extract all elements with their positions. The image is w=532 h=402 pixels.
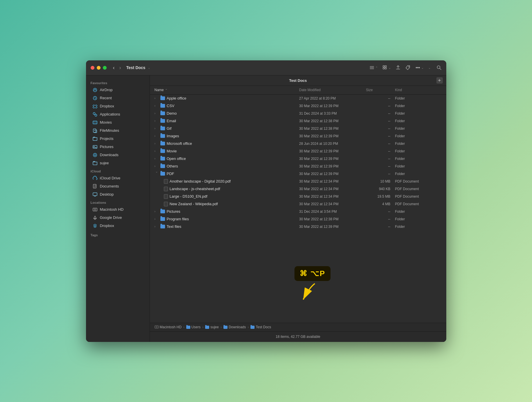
sidebar-item-airdrop[interactable]: AirDrop <box>88 86 148 94</box>
file-name-cell: › Program files <box>155 217 299 221</box>
status-text: 18 items, 42.77 GB available <box>276 335 320 339</box>
svg-line-12 <box>440 68 441 70</box>
sidebar-item-macintosh-hd[interactable]: Macintosh HD <box>88 205 148 214</box>
sidebar-item-desktop[interactable]: Desktop <box>88 190 148 199</box>
tag-icon[interactable] <box>405 65 411 70</box>
file-name-cell: › Text files <box>155 224 299 229</box>
folder-icon <box>205 326 209 329</box>
expand-arrow: › <box>155 127 159 130</box>
sidebar-item-downloads[interactable]: Downloads <box>88 151 148 159</box>
file-row[interactable]: New Zealand - Wikipedia.pdf 30 Mar 2022 … <box>150 200 446 208</box>
back-button[interactable]: ‹ <box>111 64 117 71</box>
file-row[interactable]: › Demo 31 Dec 2024 at 3:33 PM -- Folder <box>150 110 446 117</box>
content-header: Test Docs + <box>150 75 446 86</box>
folder-icon <box>160 210 165 213</box>
sidebar-item-label: Downloads <box>100 153 119 157</box>
sidebar-item-label: Documents <box>100 184 119 188</box>
maximize-button[interactable] <box>103 66 107 70</box>
dropbox-icon <box>92 104 98 109</box>
file-name-cell: › CSV <box>155 104 299 108</box>
breadcrumb-sep: › <box>221 325 222 329</box>
folder-icon <box>160 172 165 176</box>
icloud-label: iCloud <box>86 167 150 174</box>
folder-icon <box>250 326 255 329</box>
close-button[interactable] <box>91 66 94 70</box>
col-date-header: Date Modified <box>299 88 366 92</box>
pdf-icon <box>164 194 168 199</box>
file-row[interactable]: Landscape - js-cheatsheet.pdf 30 Mar 202… <box>150 185 446 193</box>
forward-button[interactable]: › <box>118 64 123 71</box>
sidebar-item-dropbox2[interactable]: Dropbox <box>88 222 148 230</box>
file-name-cell: Another landscape - Digital 2020.pdf <box>155 179 299 184</box>
file-row[interactable]: › PDF 30 Mar 2022 at 12:39 PM -- Folder <box>150 170 446 178</box>
sidebar-item-applications[interactable]: Applications <box>88 110 148 118</box>
sidebar-item-icloud-drive[interactable]: iCloud Drive <box>88 174 148 182</box>
sidebar-item-projects[interactable]: Projects <box>88 135 148 143</box>
file-row[interactable]: › Text files 30 Mar 2022 at 12:39 PM -- … <box>150 223 446 230</box>
downloads-icon <box>92 152 98 158</box>
file-row[interactable]: › Others 30 Mar 2022 at 12:39 PM -- Fold… <box>150 163 446 170</box>
svg-rect-6 <box>385 68 386 69</box>
file-name-cell: › Demo <box>155 111 299 116</box>
sidebar-item-recent[interactable]: Recent <box>88 94 148 102</box>
projects-icon <box>92 136 98 141</box>
column-headers: Name ⌃ Date Modified Size Kind <box>150 86 446 95</box>
more-icon[interactable]: ⌄ <box>415 65 424 70</box>
file-row[interactable]: › Images 30 Mar 2022 at 12:39 PM -- Fold… <box>150 132 446 140</box>
list-view-icon[interactable]: ⌃ <box>369 65 378 70</box>
file-name-cell: › Movie <box>155 149 299 153</box>
share-icon[interactable] <box>395 65 401 70</box>
sidebar-item-label: Movies <box>100 120 112 125</box>
recent-icon <box>92 95 98 101</box>
sidebar-item-google-drive[interactable]: Google Drive <box>88 214 148 222</box>
file-row[interactable]: › Apple office 27 Apr 2022 at 8:20 PM --… <box>150 95 446 102</box>
col-name-header[interactable]: Name ⌃ <box>155 88 299 92</box>
expand-arrow: › <box>155 142 159 145</box>
pdf-icon <box>164 187 168 191</box>
sidebar-item-pictures[interactable]: Pictures <box>88 143 148 151</box>
file-row[interactable]: › Movie 30 Mar 2022 at 12:39 PM -- Folde… <box>150 147 446 155</box>
favourites-label: Favourites <box>86 79 150 86</box>
sidebar-item-label: Projects <box>100 136 114 141</box>
file-row[interactable]: Another landscape - Digital 2020.pdf 30 … <box>150 178 446 185</box>
sujee-icon <box>92 161 98 166</box>
breadcrumb-item-downloads[interactable]: Downloads <box>223 325 246 329</box>
file-row[interactable]: › Email 30 Mar 2022 at 12:38 PM -- Folde… <box>150 117 446 125</box>
add-tab-button[interactable]: + <box>436 77 443 84</box>
minimize-button[interactable] <box>97 66 101 70</box>
svg-point-13 <box>93 88 97 92</box>
file-row[interactable]: › Open office 30 Mar 2022 at 12:39 PM --… <box>150 155 446 163</box>
breadcrumb-item-users[interactable]: Users <box>186 325 200 329</box>
file-row[interactable]: › CSV 30 Mar 2022 at 12:39 PM -- Folder <box>150 102 446 110</box>
sidebar-item-sujee[interactable]: sujee <box>88 159 148 167</box>
folder-icon <box>160 142 165 145</box>
svg-rect-35 <box>155 326 158 328</box>
desktop-icon <box>92 192 98 197</box>
sidebar-item-dropbox[interactable]: Dropbox <box>88 102 148 110</box>
svg-point-32 <box>94 209 96 210</box>
search-icon[interactable] <box>436 65 442 70</box>
file-row[interactable]: › Program files 30 Mar 2022 at 12:38 PM … <box>150 215 446 223</box>
sidebar-item-documents[interactable]: Documents <box>88 182 148 190</box>
breadcrumb-item-macintosh-hd[interactable]: Macintosh HD <box>155 325 182 329</box>
svg-point-14 <box>95 89 95 90</box>
file-row[interactable]: › Microsoft office 28 Jun 2024 at 10:20 … <box>150 140 446 147</box>
sidebar-item-movies[interactable]: Movies <box>88 118 148 127</box>
file-name-cell: New Zealand - Wikipedia.pdf <box>155 202 299 206</box>
svg-point-8 <box>416 67 417 68</box>
file-row[interactable]: › Pictures 31 Dec 2024 at 3:54 PM -- Fol… <box>150 208 446 215</box>
file-row[interactable]: › Gif 30 Mar 2022 at 12:38 PM -- Folder <box>150 125 446 132</box>
breadcrumb-sep: › <box>248 325 249 329</box>
content-area: Test Docs + Name ⌃ Date Modified Size Ki… <box>150 75 446 342</box>
breadcrumb-item-sujee[interactable]: sujee <box>205 325 219 329</box>
col-kind-header: Kind <box>395 88 442 92</box>
sidebar-item-label: FileMinutes <box>100 128 119 133</box>
file-row[interactable]: Large - D5100_EN.pdf 30 Mar 2022 at 12:3… <box>150 193 446 200</box>
toolbar-icons: ⌃ ⌄ ⌄ ⌄ <box>369 65 442 70</box>
file-name-cell: › Others <box>155 164 299 168</box>
sidebar-item-fileminutes[interactable]: FileMinutes <box>88 127 148 135</box>
grid-view-icon[interactable]: ⌄ <box>382 65 391 70</box>
breadcrumb-item-test-docs[interactable]: Test Docs <box>250 325 271 329</box>
expand-arrow: › <box>155 225 159 228</box>
file-name-cell: › Images <box>155 134 299 138</box>
